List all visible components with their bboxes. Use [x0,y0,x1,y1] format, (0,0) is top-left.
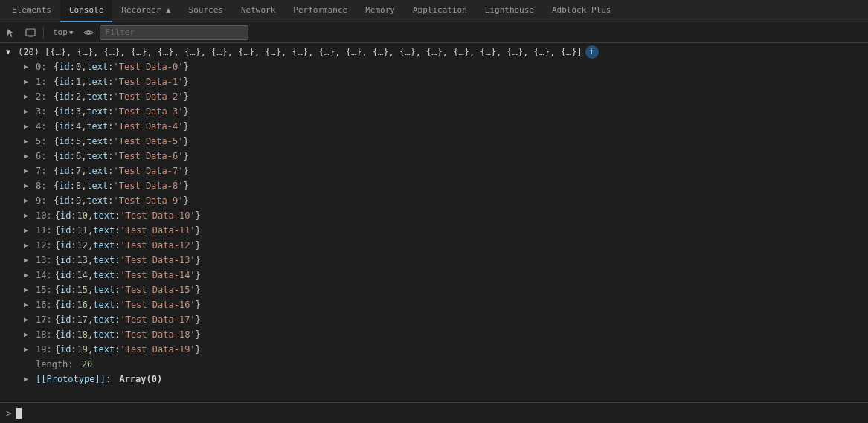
item-index: 19: [36,343,52,356]
expand-item-arrow[interactable]: ▶ [24,283,33,297]
expand-item-arrow[interactable]: ▶ [24,298,33,311]
item-index: 10: [36,209,52,222]
item-index: 3: [36,105,51,118]
array-item-row[interactable]: ▶ 11: { id : 11 , text : 'Test Data-11' … [0,223,868,238]
dropdown-arrow-icon: ▼ [69,29,73,36]
array-item-row[interactable]: ▶ 18: { id : 18 , text : 'Test Data-18' … [0,327,868,342]
context-selector[interactable]: top ▼ [48,26,77,39]
length-line: ▶ length: 20 [0,357,868,372]
expand-item-arrow[interactable]: ▶ [24,328,33,341]
array-item-row[interactable]: ▶ 0: { id : 0 , text : 'Test Data-0' } [0,59,868,74]
expand-item-arrow[interactable]: ▶ [24,239,33,252]
expand-item-arrow[interactable]: ▶ [24,194,33,207]
separator-1 [43,26,44,39]
expand-item-arrow[interactable]: ▶ [24,90,33,103]
expand-item-arrow[interactable]: ▶ [24,179,33,193]
array-item-row[interactable]: ▶ 13: { id : 13 , text : 'Test Data-13' … [0,253,868,268]
filter-input[interactable] [100,25,248,40]
eye-icon[interactable] [80,25,97,41]
item-index: 5: [36,135,51,148]
array-item-row[interactable]: ▶ 7: { id : 7 , text : 'Test Data-7' } [0,164,868,178]
expand-item-arrow[interactable]: ▶ [24,343,33,356]
item-index: 8: [36,179,51,193]
array-item-row[interactable]: ▶ 4: { id : 4 , text : 'Test Data-4' } [0,119,868,134]
array-item-row[interactable]: ▶ 17: { id : 17 , text : 'Test Data-17' … [0,312,868,327]
console-prompt-icon: > [6,407,12,419]
svg-rect-0 [26,29,35,36]
expand-array-arrow[interactable]: ▼ [6,45,15,59]
item-index: 18: [36,328,52,341]
expand-item-arrow[interactable]: ▶ [24,268,33,282]
expand-item-arrow[interactable]: ▶ [24,120,33,133]
tab-elements[interactable]: Elements [3,0,60,22]
item-index: 2: [36,90,51,103]
item-index: 0: [36,60,51,74]
item-index: 16: [36,298,52,311]
array-item-row[interactable]: ▶ 9: { id : 9 , text : 'Test Data-9' } [0,193,868,208]
tab-lighthouse[interactable]: Lighthouse [476,0,543,22]
array-item-row[interactable]: ▶ 3: { id : 3 , text : 'Test Data-3' } [0,104,868,119]
array-item-row[interactable]: ▶ 5: { id : 5 , text : 'Test Data-5' } [0,134,868,149]
console-input-bar[interactable]: > [0,402,868,423]
screen-icon[interactable] [22,25,39,41]
tab-memory[interactable]: Memory [356,0,404,22]
item-index: 15: [36,283,52,297]
console-output[interactable]: ▼ (20) [{…}, {…}, {…}, {…}, {…}, {…}, {…… [0,43,868,402]
item-index: 11: [36,224,52,237]
console-toolbar: top ▼ [0,22,868,43]
array-item-row[interactable]: ▶ 19: { id : 19 , text : 'Test Data-19' … [0,342,868,357]
context-label: top [53,28,68,37]
devtools-window: Elements Console Recorder ▲ Sources Netw… [0,0,868,423]
array-header-row[interactable]: ▼ (20) [{…}, {…}, {…}, {…}, {…}, {…}, {…… [0,45,868,59]
array-item-row[interactable]: ▶ 1: { id : 1 , text : 'Test Data-1' } [0,74,868,89]
tab-application[interactable]: Application [404,0,476,22]
console-cursor [16,408,22,419]
tab-performance[interactable]: Performance [284,0,356,22]
item-index: 4: [36,120,51,133]
item-index: 13: [36,254,52,267]
prototype-line[interactable]: ▶ [[Prototype]]: Array(0) [0,372,868,387]
array-item-row[interactable]: ▶ 8: { id : 8 , text : 'Test Data-8' } [0,178,868,193]
expand-item-arrow[interactable]: ▶ [24,209,33,222]
array-item-row[interactable]: ▶ 2: { id : 2 , text : 'Test Data-2' } [0,89,868,104]
array-item-row[interactable]: ▶ 6: { id : 6 , text : 'Test Data-6' } [0,149,868,164]
item-index: 12: [36,239,52,252]
expand-prototype-arrow[interactable]: ▶ [24,372,33,386]
item-index: 1: [36,75,51,88]
expand-item-arrow[interactable]: ▶ [24,105,33,118]
tab-adblock[interactable]: Adblock Plus [543,0,620,22]
expand-item-arrow[interactable]: ▶ [24,254,33,267]
cursor-icon[interactable] [3,25,19,41]
item-index: 17: [36,313,52,326]
expand-item-arrow[interactable]: ▶ [24,149,33,163]
item-index: 6: [36,149,51,163]
tab-sources[interactable]: Sources [180,0,232,22]
expand-item-arrow[interactable]: ▶ [24,60,33,74]
info-badge: i [585,45,599,59]
item-index: 14: [36,268,52,282]
tab-bar: Elements Console Recorder ▲ Sources Netw… [0,0,868,22]
expand-item-arrow[interactable]: ▶ [24,164,33,178]
tab-recorder[interactable]: Recorder ▲ [112,0,179,22]
svg-point-3 [87,31,90,34]
array-item-row[interactable]: ▶ 10: { id : 10 , text : 'Test Data-10' … [0,208,868,223]
array-item-row[interactable]: ▶ 14: { id : 14 , text : 'Test Data-14' … [0,268,868,282]
item-index: 9: [36,194,51,207]
expand-item-arrow[interactable]: ▶ [24,135,33,148]
expand-item-arrow[interactable]: ▶ [24,75,33,88]
expand-item-arrow[interactable]: ▶ [24,224,33,237]
array-item-row[interactable]: ▶ 15: { id : 15 , text : 'Test Data-15' … [0,282,868,297]
expand-item-arrow[interactable]: ▶ [24,313,33,326]
tab-console[interactable]: Console [60,0,112,22]
array-items-container: ▶ 0: { id : 0 , text : 'Test Data-0' } ▶… [0,59,868,357]
item-index: 7: [36,164,51,178]
array-item-row[interactable]: ▶ 12: { id : 12 , text : 'Test Data-12' … [0,238,868,253]
array-item-row[interactable]: ▶ 16: { id : 16 , text : 'Test Data-16' … [0,297,868,312]
tab-network[interactable]: Network [232,0,284,22]
